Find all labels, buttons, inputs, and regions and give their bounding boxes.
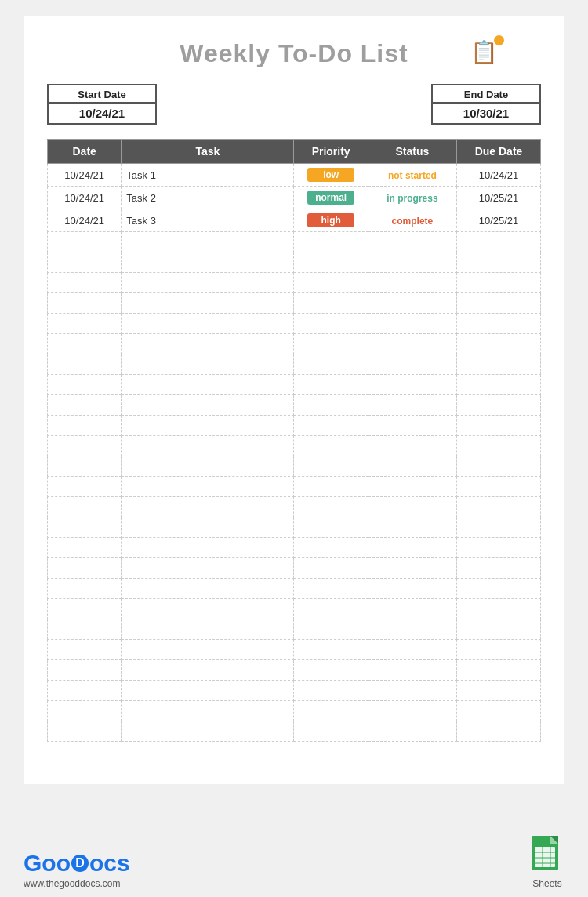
status-complete: complete — [392, 216, 434, 227]
sheets-icon-wrapper: Sheets — [530, 834, 564, 889]
start-date-value: 10/24/21 — [49, 104, 155, 123]
cell-task: Task 2 — [122, 187, 294, 209]
brand-name: Goo D ocs — [24, 850, 130, 877]
brand-text-ocs: ocs — [89, 850, 130, 877]
table-row-empty — [48, 395, 541, 416]
sheets-icon — [530, 834, 564, 877]
col-task: Task — [122, 140, 294, 164]
table-row-empty — [48, 640, 541, 660]
cell-date: 10/24/21 — [48, 164, 122, 187]
clipboard-icon: 📋 — [470, 39, 498, 65]
cell-status: complete — [368, 209, 456, 232]
table-row-empty — [48, 701, 541, 721]
table-row-empty — [48, 660, 541, 681]
header: Weekly To-Do List 📋 — [47, 39, 541, 68]
orange-dot-icon — [494, 35, 504, 45]
table-row: 10/24/21 Task 3 high complete 10/25/21 — [48, 209, 541, 232]
table-row-empty — [48, 416, 541, 436]
table-row-empty — [48, 375, 541, 395]
brand-logo: Goo D ocs www.thegooddocs.com — [24, 850, 130, 889]
table-row-empty — [48, 579, 541, 599]
priority-badge-high: high — [307, 213, 354, 227]
table-row-empty — [48, 681, 541, 701]
cell-due-date: 10/24/21 — [457, 164, 541, 187]
col-due-date: Due Date — [457, 140, 541, 164]
table-row-empty — [48, 314, 541, 334]
table-row-empty — [48, 497, 541, 518]
col-date: Date — [48, 140, 122, 164]
brand-d-letter: D — [75, 856, 85, 870]
priority-badge-low: low — [307, 168, 354, 182]
brand-circle-d: D — [71, 855, 89, 872]
cell-date: 10/24/21 — [48, 187, 122, 209]
table-row-empty — [48, 538, 541, 558]
main-page: Weekly To-Do List 📋 Start Date 10/24/21 … — [24, 16, 564, 784]
table-row: 10/24/21 Task 1 low not started 10/24/21 — [48, 164, 541, 187]
table-row: 10/24/21 Task 2 normal in progress 10/25… — [48, 187, 541, 209]
start-date-box: Start Date 10/24/21 — [47, 84, 157, 125]
col-priority: Priority — [294, 140, 368, 164]
cell-priority: high — [294, 209, 368, 232]
priority-badge-normal: normal — [307, 191, 354, 205]
svg-rect-3 — [535, 847, 555, 867]
table-row-empty — [48, 599, 541, 619]
cell-task: Task 1 — [122, 164, 294, 187]
brand-text-goo: Goo — [24, 850, 71, 877]
table-row-empty — [48, 558, 541, 579]
table-row-empty — [48, 293, 541, 314]
date-range-row: Start Date 10/24/21 End Date 10/30/21 — [47, 84, 541, 125]
start-date-label: Start Date — [49, 85, 155, 104]
cell-date: 10/24/21 — [48, 209, 122, 232]
status-not-started: not started — [388, 170, 437, 181]
page-title: Weekly To-Do List — [180, 39, 408, 67]
table-row-empty — [48, 436, 541, 456]
table-row-empty — [48, 232, 541, 252]
table-row-empty — [48, 354, 541, 375]
col-status: Status — [368, 140, 456, 164]
cell-due-date: 10/25/21 — [457, 187, 541, 209]
table-row-empty — [48, 334, 541, 354]
cell-status: not started — [368, 164, 456, 187]
table-row-empty — [48, 619, 541, 640]
table-row-empty — [48, 721, 541, 742]
cell-priority: low — [294, 164, 368, 187]
table-row-empty — [48, 252, 541, 273]
brand-url: www.thegooddocs.com — [24, 878, 130, 889]
end-date-label: End Date — [433, 85, 539, 104]
end-date-value: 10/30/21 — [433, 104, 539, 123]
table-row-empty — [48, 456, 541, 477]
table-row-empty — [48, 273, 541, 293]
table-row-empty — [48, 477, 541, 497]
cell-status: in progress — [368, 187, 456, 209]
cell-due-date: 10/25/21 — [457, 209, 541, 232]
cell-task: Task 3 — [122, 209, 294, 232]
footer: Goo D ocs www.thegooddocs.com Shee — [0, 820, 588, 897]
status-in-progress: in progress — [387, 193, 437, 204]
end-date-box: End Date 10/30/21 — [431, 84, 541, 125]
table-header-row: Date Task Priority Status Due Date — [48, 140, 541, 164]
table-row-empty — [48, 518, 541, 538]
todo-table: Date Task Priority Status Due Date 10/24… — [47, 139, 541, 742]
sheets-label: Sheets — [532, 878, 561, 889]
cell-priority: normal — [294, 187, 368, 209]
